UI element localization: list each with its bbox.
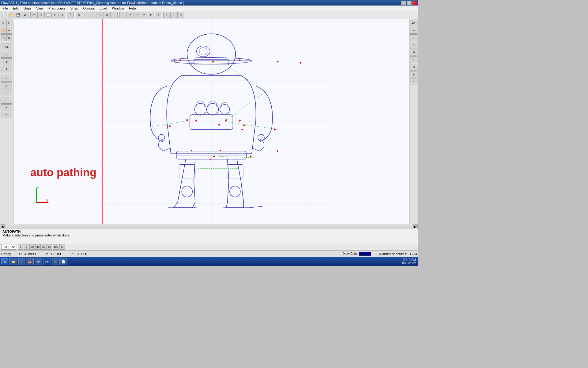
right-btn-3[interactable]: ↕ [410, 34, 417, 41]
start-icon: ⊞ [3, 260, 6, 263]
menu-options[interactable]: Options [82, 6, 96, 11]
app2-icon: ● [54, 260, 56, 263]
tool-pan[interactable]: ✋ [1, 27, 6, 34]
menu-window[interactable]: Window [111, 6, 125, 11]
snap-60[interactable]: 60 [41, 244, 47, 250]
chrome-icon: ● [21, 260, 22, 263]
draw-color-label: Draw Color [342, 252, 358, 255]
taskbar-explorer[interactable]: 📁 [9, 258, 17, 265]
start-button[interactable]: ⊞ [1, 258, 8, 265]
right-btn-4[interactable]: ↖ [410, 42, 417, 48]
tb-zoom-ext[interactable]: ⊕ [76, 12, 82, 18]
tool-cross[interactable]: ✕ [1, 104, 12, 111]
taskbar-app2[interactable]: ● [52, 258, 58, 265]
tb-new[interactable]: 📄 [1, 12, 7, 18]
menu-file[interactable]: File [1, 6, 9, 11]
clock-time: 10:19 PM [402, 258, 416, 262]
status-bar: Ready X: -0.8999 Y: 1.2189 Z: 0.0000 Dra… [0, 250, 418, 257]
status-z-label: Z: [71, 252, 74, 256]
tool-angle[interactable]: ∠ [1, 58, 12, 65]
tb-path1[interactable]: → [119, 12, 126, 18]
tool-cross2[interactable]: ⌖ [1, 112, 12, 118]
snap-40[interactable]: 40 [35, 244, 41, 250]
tool-diag[interactable]: ⬏ [1, 75, 12, 82]
unit-select[interactable]: Inch mm cm [1, 244, 16, 250]
menu-edit[interactable]: Edit [12, 6, 20, 11]
menu-draw[interactable]: Draw [22, 6, 33, 11]
tool-select[interactable]: ↖ [1, 20, 6, 26]
tb-zoom-prev[interactable]: ← [111, 12, 118, 18]
menu-view[interactable]: View [35, 6, 45, 11]
tb-path3[interactable]: ↠ [134, 12, 140, 18]
tb-path5[interactable]: ⊳ [148, 12, 154, 18]
canvas-area[interactable]: auto pathing Y X [13, 19, 409, 224]
svg-point-51 [241, 129, 243, 130]
tb-zoom-win[interactable]: 🔍 [97, 12, 104, 18]
tool-select2[interactable]: ⊡ [6, 20, 12, 26]
snap-20[interactable]: 20 [29, 244, 35, 250]
tool-circle[interactable]: ○ [1, 90, 12, 96]
tb-save[interactable]: 💾 [15, 12, 21, 18]
right-btn-9[interactable]: ⌖ [410, 79, 417, 85]
snap-80[interactable]: 80 [47, 244, 52, 250]
tb-zoom-all[interactable]: ⊞ [104, 12, 111, 18]
maximize-button[interactable]: □ [407, 1, 412, 5]
tb-path4[interactable]: ⇛ [141, 12, 147, 18]
command-title: AUTOPATH [2, 230, 416, 233]
tb-op2[interactable]: ✓ [170, 12, 177, 18]
tb-open[interactable]: 📂 [8, 12, 14, 18]
tool-zoom2[interactable]: ⊕ [6, 34, 12, 41]
menu-help[interactable]: Help [128, 6, 137, 11]
svg-point-52 [225, 119, 227, 121]
snap-100[interactable]: 100 [53, 244, 59, 250]
tb-redo[interactable]: ↪ [58, 12, 65, 18]
menu-load[interactable]: Load [98, 6, 108, 11]
tool-tri[interactable]: △ [1, 82, 12, 89]
tb-zoom-in[interactable]: + [83, 12, 89, 18]
tool-node[interactable]: ⊡◈ [1, 44, 12, 50]
draw-color-swatch[interactable] [359, 252, 371, 256]
tb-help[interactable]: ? [67, 12, 74, 18]
taskbar-app1[interactable]: ⚙ [35, 258, 42, 265]
right-btn-8[interactable]: X [410, 71, 417, 78]
app1-icon: ⚙ [37, 260, 40, 263]
svg-point-53 [186, 119, 188, 121]
right-btn-7[interactable]: ⊡ [410, 64, 417, 71]
tb-cut[interactable]: ✂ [30, 12, 37, 18]
horizontal-scrollbar[interactable]: ◀ ▶ [0, 224, 418, 228]
tb-op3[interactable]: △ [177, 12, 184, 18]
tool-line[interactable]: ／ [1, 51, 12, 58]
tb-paste[interactable]: 📋 [44, 12, 51, 18]
snap-s[interactable]: S [24, 244, 29, 250]
taskbar-firefox[interactable]: 🦊 [26, 258, 34, 265]
tb-undo[interactable]: ↩ [51, 12, 58, 18]
tb-path2[interactable]: ⇒ [126, 12, 133, 18]
entities-value: 1234 [410, 252, 417, 256]
taskbar-photoshop[interactable]: Ps [43, 258, 51, 265]
tool-zoom[interactable]: 🔍 [1, 34, 6, 41]
right-btn-5[interactable]: N [410, 49, 417, 56]
close-button[interactable]: × [412, 1, 417, 5]
tb-path6[interactable]: ⊲ [155, 12, 161, 18]
clock-date: 8/28/2012 [402, 262, 416, 265]
photoshop-icon: Ps [45, 260, 49, 263]
right-btn-2[interactable]: ↔ [410, 27, 417, 34]
tool-rect[interactable]: □ [1, 97, 12, 104]
taskbar-app3[interactable]: 📄 [59, 258, 67, 265]
taskbar-chrome[interactable]: ● [18, 258, 24, 265]
main-layout: ↖ ⊡ ✋ ↔ 🔍 ⊕ ⊡◈ ／ ∠ T ⬏ △ ○ □ ✕ ⌖ [0, 19, 418, 224]
menu-preprocess[interactable]: Preprocess [47, 6, 67, 11]
tb-zoom-out[interactable]: − [90, 12, 96, 18]
menu-snap[interactable]: Snap [69, 6, 80, 11]
snap-t[interactable]: T [18, 244, 23, 250]
tb-op1[interactable]: ⌖ [163, 12, 170, 18]
minimize-button[interactable]: _ [401, 1, 406, 5]
tool-pan2[interactable]: ↔ [6, 27, 12, 34]
right-btn-6[interactable]: ≈ [410, 56, 417, 63]
snap-c[interactable]: C [59, 244, 65, 250]
right-btn-ap[interactable]: AP [410, 20, 417, 26]
title-bar-buttons: _ □ × [401, 1, 417, 5]
tb-print[interactable]: 🖨 [22, 12, 28, 18]
tb-copy[interactable]: ⎘ [37, 12, 44, 18]
tool-text[interactable]: T [1, 66, 12, 72]
